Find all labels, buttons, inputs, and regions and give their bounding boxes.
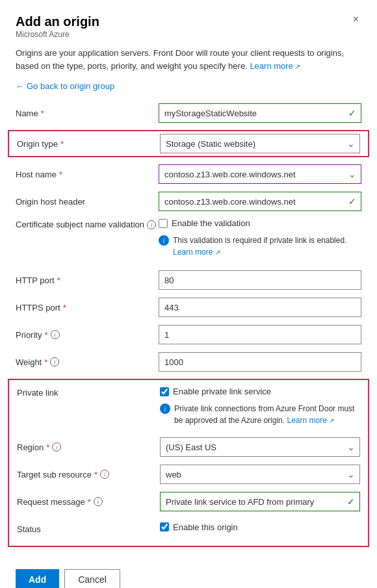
origin-host-header-label: Origin host header bbox=[16, 197, 159, 207]
region-info-icon[interactable]: i bbox=[52, 442, 61, 452]
cert-label: Certificate subject name validation i bbox=[16, 218, 159, 229]
region-select-wrapper: (US) East US bbox=[160, 437, 360, 457]
origin-type-row: Origin type * Storage (Static website) bbox=[8, 130, 369, 157]
status-row: Status Enable this origin bbox=[17, 518, 360, 539]
target-sub-control: web bbox=[160, 465, 360, 484]
private-link-checkbox-row: Enable private link service bbox=[160, 387, 360, 396]
close-button[interactable]: × bbox=[350, 13, 361, 26]
name-check-icon: ✓ bbox=[348, 108, 356, 118]
weight-required: * bbox=[44, 357, 47, 367]
panel-subtitle: Microsoft Azure bbox=[16, 30, 99, 39]
origin-type-required: * bbox=[60, 139, 64, 149]
panel-title-group: Add an origin Microsoft Azure bbox=[16, 13, 99, 45]
target-sub-select-wrapper: web bbox=[160, 465, 360, 484]
region-control: (US) East US bbox=[160, 437, 360, 457]
https-port-row: HTTPS port * bbox=[16, 297, 361, 318]
private-link-external-icon: ↗ bbox=[329, 417, 334, 424]
status-checkbox-label: Enable this origin bbox=[173, 522, 238, 532]
status-control: Enable this origin bbox=[160, 522, 360, 536]
cert-learn-more-link[interactable]: Learn more ↗ bbox=[173, 248, 220, 257]
learn-more-link[interactable]: Learn more ↗ bbox=[250, 61, 300, 71]
cancel-button[interactable]: Cancel bbox=[64, 569, 120, 588]
status-checkbox-row: Enable this origin bbox=[160, 522, 360, 532]
description-text: Origins are your application servers. Fr… bbox=[16, 47, 361, 72]
weight-control bbox=[159, 352, 361, 372]
name-input[interactable] bbox=[159, 103, 361, 123]
region-select[interactable]: (US) East US bbox=[160, 437, 360, 457]
priority-input[interactable] bbox=[159, 325, 361, 344]
target-sub-select[interactable]: web bbox=[160, 465, 360, 484]
origin-type-label: Origin type * bbox=[17, 139, 160, 149]
add-button[interactable]: Add bbox=[16, 569, 59, 588]
private-link-right: Enable private link service i Private li… bbox=[160, 387, 360, 431]
priority-control bbox=[159, 325, 361, 344]
footer: Add Cancel bbox=[16, 563, 361, 588]
target-sub-info-icon[interactable]: i bbox=[100, 470, 109, 479]
host-name-row: Host name * contoso.z13.web.core.windows… bbox=[16, 164, 361, 185]
http-port-control bbox=[159, 270, 361, 290]
weight-row: Weight * i bbox=[16, 352, 361, 372]
request-message-input[interactable] bbox=[160, 492, 360, 511]
private-link-checkbox-label: Enable private link service bbox=[173, 387, 271, 396]
cert-info-icon[interactable]: i bbox=[147, 220, 156, 229]
private-link-section: Private link Enable private link service… bbox=[8, 379, 369, 547]
cert-external-link-icon: ↗ bbox=[215, 249, 220, 256]
private-link-info-text: Private link connections from Azure Fron… bbox=[174, 403, 360, 426]
host-name-control: contoso.z13.web.core.windows.net bbox=[159, 164, 361, 184]
https-port-control bbox=[159, 298, 361, 317]
request-message-info-icon[interactable]: i bbox=[94, 497, 103, 506]
cert-info-box: i This validation is required if private… bbox=[159, 232, 361, 261]
external-link-icon: ↗ bbox=[295, 63, 300, 70]
back-arrow-icon: ← bbox=[16, 81, 24, 91]
cert-row: Certificate subject name validation i En… bbox=[16, 218, 361, 263]
host-name-select[interactable]: contoso.z13.web.core.windows.net bbox=[159, 164, 361, 184]
origin-host-header-row: Origin host header ✓ bbox=[16, 191, 361, 212]
status-checkbox[interactable] bbox=[160, 522, 169, 531]
weight-input[interactable] bbox=[159, 352, 361, 372]
host-name-select-wrapper: contoso.z13.web.core.windows.net bbox=[159, 164, 361, 184]
private-link-info-box: i Private link connections from Azure Fr… bbox=[160, 400, 360, 429]
https-port-label: HTTPS port * bbox=[16, 303, 159, 313]
name-row: Name * ✓ bbox=[16, 103, 361, 123]
host-name-label: Host name * bbox=[16, 170, 159, 179]
private-link-row: Private link Enable private link service… bbox=[17, 387, 360, 431]
http-port-input[interactable] bbox=[159, 270, 361, 290]
origin-host-header-control: ✓ bbox=[159, 192, 361, 211]
private-link-label: Private link bbox=[17, 387, 160, 398]
region-required: * bbox=[46, 442, 49, 452]
https-port-required: * bbox=[63, 303, 66, 313]
back-to-origin-link[interactable]: ← Go back to origin group bbox=[16, 81, 361, 91]
cert-checkbox-label: Enable the validation bbox=[172, 218, 250, 228]
cert-checkbox[interactable] bbox=[159, 219, 168, 228]
http-port-label: HTTP port * bbox=[16, 275, 159, 285]
request-message-check-icon: ✓ bbox=[347, 496, 355, 507]
status-label: Status bbox=[17, 524, 160, 534]
name-required: * bbox=[41, 109, 44, 118]
cert-info-circle-icon: i bbox=[159, 235, 169, 246]
cert-control: Enable the validation i This validation … bbox=[159, 218, 361, 263]
http-port-required: * bbox=[57, 275, 60, 285]
weight-info-icon[interactable]: i bbox=[50, 357, 59, 366]
priority-required: * bbox=[44, 330, 47, 340]
private-link-checkbox[interactable] bbox=[160, 387, 169, 396]
origin-host-header-input[interactable] bbox=[159, 192, 361, 211]
name-label: Name * bbox=[16, 109, 159, 118]
origin-host-header-check-icon: ✓ bbox=[348, 196, 356, 207]
private-link-learn-more-link[interactable]: Learn more ↗ bbox=[287, 416, 334, 425]
origin-type-select-wrapper: Storage (Static website) bbox=[160, 134, 360, 153]
origin-type-select[interactable]: Storage (Static website) bbox=[160, 134, 360, 153]
priority-info-icon[interactable]: i bbox=[51, 330, 60, 339]
request-message-required: * bbox=[88, 497, 91, 507]
priority-row: Priority * i bbox=[16, 324, 361, 345]
region-row: Region * i (US) East US bbox=[17, 437, 360, 457]
origin-type-control: Storage (Static website) bbox=[160, 134, 360, 153]
cert-checkbox-row: Enable the validation bbox=[159, 218, 361, 228]
request-message-row: Request message * i ✓ bbox=[17, 491, 360, 512]
priority-label: Priority * i bbox=[16, 330, 159, 340]
target-sub-row: Target sub resource * i web bbox=[17, 464, 360, 485]
name-control: ✓ bbox=[159, 103, 361, 123]
cert-info-text: This validation is required if private l… bbox=[173, 235, 361, 258]
add-origin-panel: Add an origin Microsoft Azure × Origins … bbox=[0, 0, 377, 588]
https-port-input[interactable] bbox=[159, 298, 361, 317]
private-link-info-circle-icon: i bbox=[160, 403, 170, 414]
